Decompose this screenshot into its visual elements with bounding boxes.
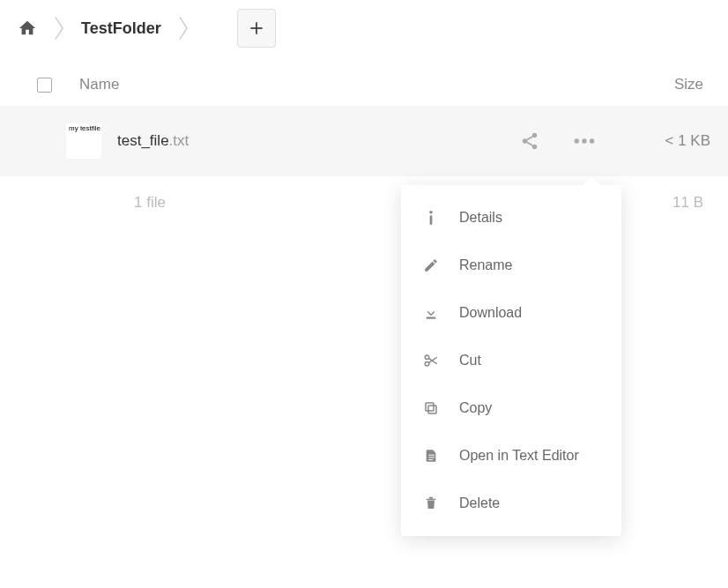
- svg-rect-19: [428, 459, 433, 460]
- breadcrumb: TestFolder: [0, 0, 728, 63]
- document-icon: [422, 448, 440, 464]
- svg-line-14: [428, 357, 436, 362]
- svg-rect-17: [428, 455, 435, 456]
- menu-download-label: Download: [459, 305, 522, 321]
- svg-rect-15: [428, 406, 436, 413]
- file-name-base: test_file: [117, 132, 169, 149]
- menu-rename[interactable]: Rename: [401, 242, 621, 289]
- column-name[interactable]: Name: [71, 76, 622, 93]
- scissors-icon: [422, 353, 440, 368]
- copy-icon: [422, 400, 440, 416]
- menu-cut[interactable]: Cut: [401, 337, 621, 384]
- svg-point-4: [532, 145, 538, 150]
- select-all-checkbox[interactable]: [37, 78, 52, 93]
- svg-point-6: [582, 138, 586, 143]
- home-icon[interactable]: [18, 19, 37, 38]
- svg-rect-20: [427, 499, 436, 501]
- svg-point-7: [590, 138, 594, 143]
- info-icon: [422, 210, 440, 226]
- trash-icon: [422, 495, 440, 511]
- svg-rect-10: [427, 317, 436, 319]
- chevron-right-icon: [177, 16, 189, 41]
- file-name-ext: .txt: [169, 132, 189, 149]
- context-menu: Details Rename Download Cut Copy Open in…: [401, 185, 621, 536]
- menu-delete[interactable]: Delete: [401, 480, 621, 527]
- svg-rect-16: [426, 403, 434, 411]
- svg-rect-9: [430, 215, 433, 225]
- menu-open-editor[interactable]: Open in Text Editor: [401, 432, 621, 480]
- file-size: < 1 KB: [631, 132, 710, 150]
- menu-details-label: Details: [459, 210, 502, 226]
- svg-rect-18: [428, 457, 435, 458]
- file-thumbnail: my testfile: [66, 123, 101, 159]
- menu-details[interactable]: Details: [401, 194, 621, 242]
- column-size[interactable]: Size: [622, 76, 710, 93]
- breadcrumb-folder[interactable]: TestFolder: [81, 19, 161, 38]
- download-icon: [422, 305, 440, 321]
- file-name[interactable]: test_file.txt: [117, 132, 520, 150]
- svg-point-5: [575, 138, 579, 143]
- svg-rect-21: [429, 497, 433, 499]
- svg-point-2: [532, 133, 538, 138]
- svg-line-13: [428, 358, 436, 363]
- share-icon[interactable]: [520, 131, 539, 151]
- file-row[interactable]: my testfile test_file.txt < 1 KB: [0, 106, 728, 176]
- menu-cut-label: Cut: [459, 353, 481, 368]
- more-icon[interactable]: [573, 131, 596, 151]
- pencil-icon: [422, 257, 440, 273]
- svg-point-3: [523, 138, 528, 144]
- menu-rename-label: Rename: [459, 257, 512, 273]
- add-button[interactable]: [237, 9, 276, 48]
- svg-point-8: [429, 211, 433, 214]
- menu-delete-label: Delete: [459, 495, 500, 511]
- file-actions: [520, 131, 596, 151]
- total-size: 11 B: [631, 194, 710, 212]
- menu-open-editor-label: Open in Text Editor: [459, 448, 579, 464]
- menu-download[interactable]: Download: [401, 289, 621, 337]
- chevron-right-icon: [53, 16, 65, 41]
- menu-copy[interactable]: Copy: [401, 384, 621, 432]
- column-headers: Name Size: [0, 63, 728, 106]
- thumb-preview-text: my testfile: [69, 125, 100, 132]
- menu-copy-label: Copy: [459, 400, 492, 416]
